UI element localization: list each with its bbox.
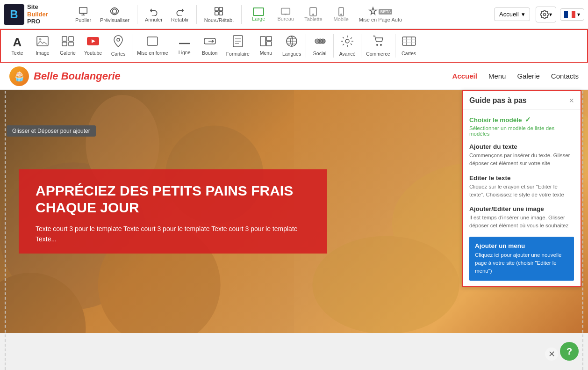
svg-point-13 — [313, 14, 314, 15]
element-menu[interactable]: Menu — [253, 34, 279, 58]
guide-step-3-desc: Cliquez sur le crayon et sur "Editer le … — [469, 183, 574, 199]
help-button[interactable]: ? — [560, 342, 579, 361]
hero-title: APPRÉCIEZ DES PETITS PAINS FRAIS CHAQUE … — [36, 182, 310, 216]
guide-header: Guide pas à pas × — [463, 91, 581, 110]
svg-rect-18 — [568, 11, 572, 18]
guide-close-button[interactable]: × — [569, 96, 574, 105]
guide-step-ajouter-texte: Ajouter du texte Commençons par insérer … — [469, 143, 574, 168]
element-cartes2[interactable]: Cartes — [396, 34, 422, 58]
drag-drop-tooltip: Glisser et Déposer pour ajouter — [7, 125, 96, 137]
svg-point-15 — [341, 14, 342, 15]
french-flag-icon — [564, 11, 575, 18]
guide-step-3-title: Editer le texte — [469, 174, 574, 181]
nav-galerie[interactable]: Galerie — [517, 72, 539, 80]
svg-point-28 — [117, 38, 120, 41]
app-name: SiteBuilderPRO — [27, 3, 48, 25]
guide-step-4-desc: Il est temps d'insérer une image. Glisse… — [469, 214, 574, 230]
svg-point-48 — [380, 44, 382, 46]
preview-button[interactable]: Prévisualiser — [97, 4, 132, 25]
new-retab-button[interactable]: Nouv./Rétab. — [201, 4, 237, 25]
divider-1 — [137, 5, 137, 24]
element-image[interactable]: Image — [30, 34, 55, 58]
site-logo-text: Belle Boulangerie — [34, 70, 121, 82]
element-youtube[interactable]: Youtube — [80, 34, 106, 58]
svg-rect-8 — [253, 8, 264, 15]
element-bouton[interactable]: Bouton — [197, 34, 222, 58]
svg-rect-38 — [266, 42, 272, 46]
svg-rect-25 — [69, 42, 73, 46]
svg-rect-24 — [62, 42, 67, 46]
svg-rect-22 — [62, 36, 67, 41]
nav-contacts[interactable]: Contacts — [551, 72, 579, 80]
large-button[interactable]: Large — [246, 6, 271, 23]
undo-button[interactable]: Annuler — [142, 5, 165, 24]
element-ligne[interactable]: Ligne — [172, 35, 197, 57]
element-galerie[interactable]: Galerie — [55, 34, 80, 58]
divider-elements-2 — [306, 34, 306, 58]
svg-rect-9 — [281, 8, 290, 14]
guide-steps: Choisir le modèle ✓ Sélectionner un modè… — [463, 110, 581, 286]
guide-step-4-title: Ajouter/Editer une image — [469, 205, 574, 212]
element-langues[interactable]: Langues — [279, 33, 305, 58]
svg-text:B: B — [10, 8, 18, 21]
publish-button[interactable]: Publier — [72, 4, 94, 25]
svg-rect-6 — [215, 11, 218, 15]
svg-rect-20 — [37, 36, 48, 46]
divider-3 — [241, 5, 242, 24]
guide-step-ajouter-image: Ajouter/Editer une image Il est temps d'… — [469, 205, 574, 230]
divider-2 — [196, 5, 197, 24]
mise-page-button[interactable]: BETA Mise en Page Auto — [356, 5, 405, 24]
svg-rect-4 — [215, 7, 218, 10]
element-avance[interactable]: Avancé — [335, 33, 360, 58]
svg-rect-29 — [147, 37, 158, 45]
guide-body: Choisir le modèle ✓ Sélectionner un modè… — [463, 110, 581, 286]
svg-point-46 — [345, 39, 349, 43]
guide-step-1-title: Choisir le modèle ✓ — [469, 116, 574, 124]
page-dropdown[interactable]: Accueil ▾ — [494, 7, 530, 21]
guide-title: Guide pas à pas — [469, 96, 527, 105]
element-formulaire[interactable]: Formulaire — [222, 33, 253, 58]
svg-rect-37 — [266, 36, 272, 41]
site-header: 🧁 Belle Boulangerie Accueil Menu Galerie… — [0, 63, 588, 90]
guide-step-2-desc: Commençons par insérer du texte. Glisser… — [469, 152, 574, 168]
guide-step-choisir-modele: Choisir le modèle ✓ Sélectionner un modè… — [469, 116, 574, 137]
divider-elements-4 — [361, 34, 361, 58]
guide-step-editer-texte: Editer le texte Cliquez sur le crayon et… — [469, 174, 574, 199]
svg-rect-17 — [564, 11, 568, 18]
mobile-button[interactable]: Mobile — [329, 5, 353, 24]
language-flag-button[interactable]: ▾ — [560, 8, 584, 21]
redo-button[interactable]: Rétablir — [168, 5, 192, 24]
settings-button[interactable]: ▾ — [536, 7, 556, 22]
svg-rect-23 — [69, 36, 73, 41]
tablette-button[interactable]: Tablette — [301, 5, 326, 24]
hero-description: Texte court 3 pour le template Texte cou… — [36, 224, 310, 245]
svg-point-3 — [113, 9, 117, 13]
nav-menu[interactable]: Menu — [488, 72, 506, 80]
svg-rect-36 — [260, 36, 265, 46]
svg-point-47 — [376, 44, 378, 46]
nav-accueil[interactable]: Accueil — [452, 72, 477, 80]
guide-step-5-desc: Cliquez ici pour ajouter une nouvelle pa… — [475, 251, 568, 276]
elements-toolbar: A Texte Image Galerie Youtube Cartes Mis… — [0, 29, 588, 63]
site-nav: Accueil Menu Galerie Contacts — [452, 72, 579, 80]
logo-icon: B — [4, 4, 24, 25]
svg-rect-5 — [219, 7, 222, 10]
svg-point-16 — [544, 13, 546, 15]
guide-panel: Guide pas à pas × Choisir le modèle ✓ Sé… — [462, 90, 581, 287]
svg-rect-2 — [79, 7, 87, 13]
guide-step-2-title: Ajouter du texte — [469, 143, 574, 150]
hero-red-box: APPRÉCIEZ DES PETITS PAINS FRAIS CHAQUE … — [19, 169, 327, 254]
element-mise-en-forme[interactable]: Mise en forme — [133, 34, 172, 58]
element-social[interactable]: Social — [307, 34, 332, 58]
guide-step-ajouter-menu[interactable]: Ajouter un menu Cliquez ici pour ajouter… — [469, 237, 574, 281]
logo-area: B SiteBuilderPRO — [4, 3, 65, 25]
site-area: Glisser et Déposer pour ajouter 🧁 Belle … — [0, 63, 588, 370]
bureau-button[interactable]: Bureau — [273, 6, 298, 23]
guide-step-5-title: Ajouter un menu — [475, 242, 568, 249]
check-icon: ✓ — [525, 116, 531, 124]
guide-step-1-sub: Sélectionner un modèle de liste des modè… — [469, 125, 574, 137]
element-commerce[interactable]: Commerce — [362, 33, 394, 58]
element-texte[interactable]: A Texte — [5, 34, 30, 58]
element-cartes[interactable]: Cartes — [106, 33, 131, 58]
close-help-button[interactable]: ✕ — [545, 348, 558, 361]
